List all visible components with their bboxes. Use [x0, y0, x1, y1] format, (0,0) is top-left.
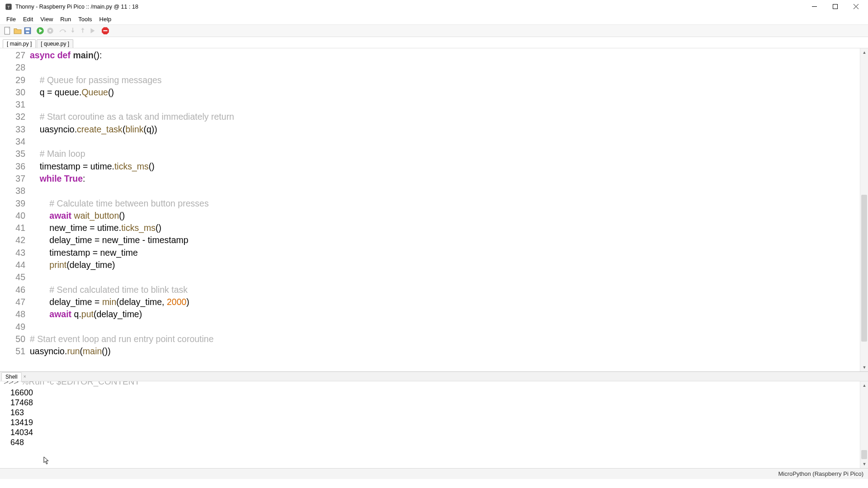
debug-icon[interactable] [46, 27, 54, 35]
menu-help[interactable]: Help [96, 15, 115, 23]
shell-scrollbar[interactable]: ▲ ▼ [860, 381, 868, 468]
editor-scrollbar[interactable]: ▲ ▼ [860, 48, 868, 371]
run-script-icon[interactable] [36, 27, 44, 35]
svg-text:T: T [7, 5, 10, 9]
window-title: Thonny - Raspberry Pi Pico :: /main.py @… [15, 4, 138, 10]
editor-gutter: 2728293031323334353637383940414243444546… [0, 48, 30, 371]
maximize-button[interactable] [825, 0, 845, 14]
shell-prompt: >>> [4, 381, 19, 386]
menu-edit[interactable]: Edit [19, 15, 37, 23]
shell-tab-close-icon[interactable]: × [22, 374, 28, 379]
editor-scroll-thumb[interactable] [861, 195, 867, 342]
minimize-button[interactable] [804, 0, 825, 14]
step-into-icon[interactable] [69, 27, 77, 35]
shell-command: %Run -c $EDITOR_CONTENT [21, 381, 140, 386]
statusbar: MicroPython (Raspberry Pi Pico) [0, 468, 868, 479]
svg-rect-3 [833, 5, 837, 9]
scroll-up-icon[interactable]: ▲ [860, 48, 868, 56]
editor[interactable]: 2728293031323334353637383940414243444546… [0, 48, 868, 371]
tab-queue-py[interactable]: [ queue.py ] [37, 39, 73, 48]
step-out-icon[interactable] [79, 27, 87, 35]
shell-scroll-down-icon[interactable]: ▼ [860, 460, 868, 468]
shell-scroll-up-icon[interactable]: ▲ [860, 381, 868, 389]
svg-rect-14 [104, 30, 108, 31]
menu-run[interactable]: Run [57, 15, 75, 23]
new-file-icon[interactable] [4, 27, 12, 35]
editor-tabstrip: [ main.py ] [ queue.py ] [0, 37, 868, 48]
shell-output: 16600174681631341914034648 [4, 388, 864, 447]
svg-rect-9 [26, 32, 29, 33]
scroll-down-icon[interactable]: ▼ [860, 363, 868, 371]
step-over-icon[interactable] [59, 27, 67, 35]
editor-code-area[interactable]: async def main(): # Queue for passing me… [30, 48, 868, 371]
window-controls [804, 0, 866, 14]
interpreter-label[interactable]: MicroPython (Raspberry Pi Pico) [778, 470, 863, 477]
resume-icon[interactable] [89, 27, 97, 35]
menu-file[interactable]: File [3, 15, 19, 23]
mouse-cursor-icon [43, 456, 50, 465]
shell-tab[interactable]: Shell [1, 372, 22, 381]
titlebar: T Thonny - Raspberry Pi Pico :: /main.py… [0, 0, 868, 14]
stop-icon[interactable] [101, 27, 109, 35]
save-file-icon[interactable] [24, 27, 32, 35]
menu-view[interactable]: View [37, 15, 57, 23]
tab-main-py[interactable]: [ main.py ] [3, 39, 36, 48]
app-icon: T [5, 3, 13, 11]
menubar: File Edit View Run Tools Help [0, 14, 868, 24]
toolbar [0, 24, 868, 37]
svg-point-12 [49, 30, 52, 32]
svg-rect-8 [26, 28, 30, 30]
shell-header: Shell × [0, 371, 868, 381]
menu-tools[interactable]: Tools [75, 15, 95, 23]
shell-scroll-thumb[interactable] [861, 450, 867, 459]
shell[interactable]: >>> %Run -c $EDITOR_CONTENT 166001746816… [0, 381, 868, 468]
close-button[interactable] [845, 0, 866, 14]
open-file-icon[interactable] [14, 27, 22, 35]
